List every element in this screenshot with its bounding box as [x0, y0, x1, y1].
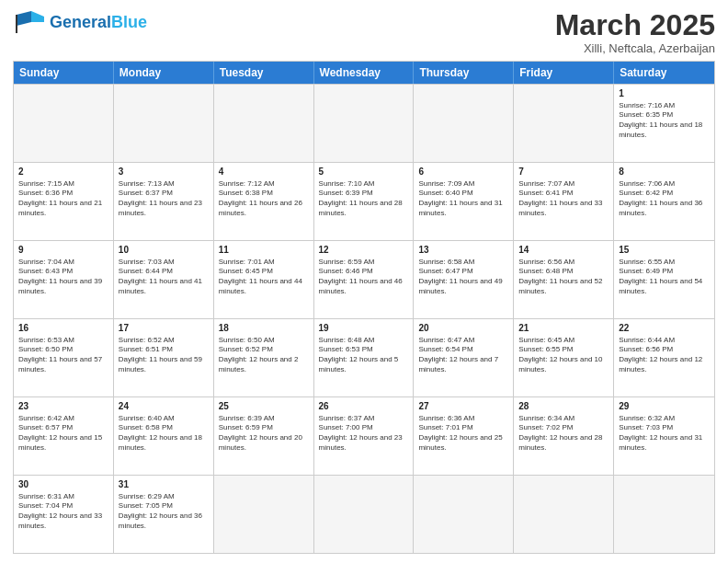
- cell-day-number: 17: [119, 322, 209, 335]
- cell-w5-d2: [214, 476, 314, 553]
- cell-w2-d4: 13Sunrise: 6:58 AM Sunset: 6:47 PM Dayli…: [414, 241, 514, 318]
- cell-info: Sunrise: 6:40 AM Sunset: 6:58 PM Dayligh…: [119, 414, 209, 454]
- cell-w0-d5: [514, 85, 614, 162]
- cell-day-number: 13: [418, 244, 508, 257]
- cell-day-number: 18: [219, 322, 309, 335]
- cell-info: Sunrise: 7:13 AM Sunset: 6:37 PM Dayligh…: [119, 179, 209, 219]
- cell-w4-d1: 24Sunrise: 6:40 AM Sunset: 6:58 PM Dayli…: [114, 397, 214, 475]
- cell-info: Sunrise: 6:58 AM Sunset: 6:47 PM Dayligh…: [418, 258, 508, 297]
- calendar-header: Sunday Monday Tuesday Wednesday Thursday…: [14, 62, 714, 84]
- cell-w5-d6: [614, 476, 714, 553]
- cell-day-number: 29: [619, 400, 710, 413]
- cell-info: Sunrise: 7:03 AM Sunset: 6:44 PM Dayligh…: [119, 258, 209, 297]
- cell-w0-d4: [414, 85, 514, 162]
- cell-w4-d2: 25Sunrise: 6:39 AM Sunset: 6:59 PM Dayli…: [214, 397, 314, 475]
- cell-w2-d0: 9Sunrise: 7:04 AM Sunset: 6:43 PM Daylig…: [14, 241, 114, 318]
- cell-w5-d5: [514, 476, 614, 553]
- cell-info: Sunrise: 6:59 AM Sunset: 6:46 PM Dayligh…: [319, 258, 409, 297]
- logo-text: GeneralBlue: [50, 14, 147, 30]
- cell-info: Sunrise: 7:06 AM Sunset: 6:42 PM Dayligh…: [619, 179, 710, 219]
- cell-w5-d3: [314, 476, 415, 553]
- cell-day-number: 27: [418, 400, 508, 413]
- cell-info: Sunrise: 6:47 AM Sunset: 6:54 PM Dayligh…: [418, 336, 508, 375]
- title-block: March 2025 Xilli, Neftcala, Azerbaijan: [555, 9, 715, 55]
- week-row-3: 16Sunrise: 6:53 AM Sunset: 6:50 PM Dayli…: [14, 318, 714, 396]
- cell-w4-d3: 26Sunrise: 6:37 AM Sunset: 7:00 PM Dayli…: [314, 397, 415, 475]
- cell-w2-d1: 10Sunrise: 7:03 AM Sunset: 6:44 PM Dayli…: [114, 241, 214, 318]
- cell-w4-d0: 23Sunrise: 6:42 AM Sunset: 6:57 PM Dayli…: [14, 397, 114, 475]
- cell-day-number: 31: [119, 478, 209, 491]
- cell-w4-d5: 28Sunrise: 6:34 AM Sunset: 7:02 PM Dayli…: [514, 397, 614, 475]
- cell-info: Sunrise: 6:55 AM Sunset: 6:49 PM Dayligh…: [619, 258, 710, 297]
- cell-day-number: 8: [619, 166, 710, 178]
- header-sunday: Sunday: [14, 62, 114, 84]
- cell-day-number: 16: [18, 322, 108, 335]
- cell-day-number: 19: [319, 322, 409, 335]
- cell-info: Sunrise: 7:01 AM Sunset: 6:45 PM Dayligh…: [219, 258, 309, 297]
- cell-w1-d4: 6Sunrise: 7:09 AM Sunset: 6:40 PM Daylig…: [414, 163, 514, 240]
- cell-day-number: 30: [18, 478, 108, 491]
- header-friday: Friday: [514, 62, 614, 84]
- cell-info: Sunrise: 6:36 AM Sunset: 7:01 PM Dayligh…: [418, 414, 508, 454]
- calendar-body: 1Sunrise: 7:16 AM Sunset: 6:35 PM Daylig…: [14, 84, 714, 553]
- cell-w3-d1: 17Sunrise: 6:52 AM Sunset: 6:51 PM Dayli…: [114, 319, 214, 396]
- cell-w0-d2: [214, 85, 314, 162]
- cell-day-number: 2: [18, 166, 108, 178]
- month-title: March 2025: [555, 9, 715, 41]
- cell-day-number: 20: [418, 322, 508, 335]
- cell-w3-d2: 18Sunrise: 6:50 AM Sunset: 6:52 PM Dayli…: [214, 319, 314, 396]
- cell-w1-d2: 4Sunrise: 7:12 AM Sunset: 6:38 PM Daylig…: [214, 163, 314, 240]
- location-subtitle: Xilli, Neftcala, Azerbaijan: [555, 41, 715, 55]
- cell-info: Sunrise: 6:56 AM Sunset: 6:48 PM Dayligh…: [518, 258, 609, 297]
- cell-info: Sunrise: 7:12 AM Sunset: 6:38 PM Dayligh…: [219, 179, 309, 219]
- header-wednesday: Wednesday: [314, 62, 415, 84]
- cell-day-number: 14: [518, 244, 609, 257]
- cell-day-number: 11: [219, 244, 309, 257]
- cell-w4-d4: 27Sunrise: 6:36 AM Sunset: 7:01 PM Dayli…: [414, 397, 514, 475]
- cell-w1-d1: 3Sunrise: 7:13 AM Sunset: 6:37 PM Daylig…: [114, 163, 214, 240]
- header-monday: Monday: [114, 62, 214, 84]
- svg-marker-1: [31, 11, 44, 22]
- cell-day-number: 28: [518, 400, 609, 413]
- cell-w4-d6: 29Sunrise: 6:32 AM Sunset: 7:03 PM Dayli…: [614, 397, 714, 475]
- cell-w2-d6: 15Sunrise: 6:55 AM Sunset: 6:49 PM Dayli…: [614, 241, 714, 318]
- logo-icon: [13, 9, 46, 35]
- cell-day-number: 12: [319, 244, 409, 257]
- cell-w1-d6: 8Sunrise: 7:06 AM Sunset: 6:42 PM Daylig…: [614, 163, 714, 240]
- cell-day-number: 15: [619, 244, 710, 257]
- week-row-2: 9Sunrise: 7:04 AM Sunset: 6:43 PM Daylig…: [14, 240, 714, 318]
- cell-day-number: 21: [518, 322, 609, 335]
- cell-info: Sunrise: 6:32 AM Sunset: 7:03 PM Dayligh…: [619, 414, 710, 454]
- header-thursday: Thursday: [414, 62, 514, 84]
- cell-w5-d1: 31Sunrise: 6:29 AM Sunset: 7:05 PM Dayli…: [114, 476, 214, 553]
- calendar: Sunday Monday Tuesday Wednesday Thursday…: [13, 61, 715, 554]
- cell-info: Sunrise: 6:39 AM Sunset: 6:59 PM Dayligh…: [219, 414, 309, 454]
- cell-w1-d0: 2Sunrise: 7:15 AM Sunset: 6:36 PM Daylig…: [14, 163, 114, 240]
- cell-w3-d3: 19Sunrise: 6:48 AM Sunset: 6:53 PM Dayli…: [314, 319, 415, 396]
- page: GeneralBlue March 2025 Xilli, Neftcala, …: [0, 0, 728, 563]
- logo-blue: Blue: [111, 13, 147, 31]
- cell-w2-d2: 11Sunrise: 7:01 AM Sunset: 6:45 PM Dayli…: [214, 241, 314, 318]
- cell-info: Sunrise: 6:53 AM Sunset: 6:50 PM Dayligh…: [18, 336, 108, 375]
- cell-w3-d0: 16Sunrise: 6:53 AM Sunset: 6:50 PM Dayli…: [14, 319, 114, 396]
- cell-day-number: 24: [119, 400, 209, 413]
- svg-marker-0: [17, 11, 31, 26]
- cell-info: Sunrise: 7:09 AM Sunset: 6:40 PM Dayligh…: [418, 179, 508, 219]
- cell-day-number: 9: [18, 244, 108, 257]
- cell-w0-d6: 1Sunrise: 7:16 AM Sunset: 6:35 PM Daylig…: [614, 85, 714, 162]
- logo-general: General: [50, 13, 111, 31]
- cell-w3-d5: 21Sunrise: 6:45 AM Sunset: 6:55 PM Dayli…: [514, 319, 614, 396]
- cell-info: Sunrise: 6:48 AM Sunset: 6:53 PM Dayligh…: [319, 336, 409, 375]
- cell-w2-d3: 12Sunrise: 6:59 AM Sunset: 6:46 PM Dayli…: [314, 241, 415, 318]
- cell-w3-d6: 22Sunrise: 6:44 AM Sunset: 6:56 PM Dayli…: [614, 319, 714, 396]
- cell-w1-d5: 7Sunrise: 7:07 AM Sunset: 6:41 PM Daylig…: [514, 163, 614, 240]
- cell-day-number: 26: [319, 400, 409, 413]
- cell-info: Sunrise: 7:10 AM Sunset: 6:39 PM Dayligh…: [319, 179, 409, 219]
- cell-day-number: 1: [619, 87, 710, 100]
- cell-info: Sunrise: 7:16 AM Sunset: 6:35 PM Dayligh…: [619, 101, 710, 141]
- week-row-5: 30Sunrise: 6:31 AM Sunset: 7:04 PM Dayli…: [14, 475, 714, 553]
- cell-w5-d4: [414, 476, 514, 553]
- cell-w1-d3: 5Sunrise: 7:10 AM Sunset: 6:39 PM Daylig…: [314, 163, 415, 240]
- cell-day-number: 25: [219, 400, 309, 413]
- cell-day-number: 3: [119, 166, 209, 178]
